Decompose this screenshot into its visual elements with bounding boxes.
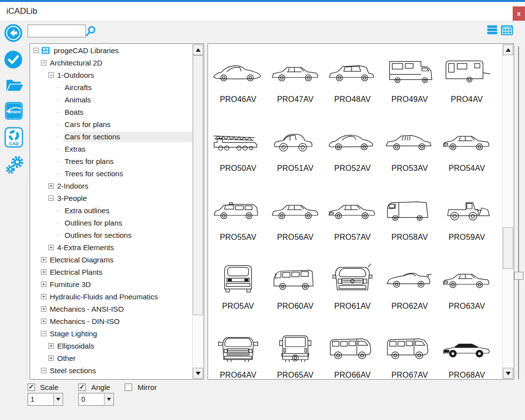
- expand-toggle-icon[interactable]: +: [41, 306, 46, 312]
- library-item[interactable]: PRO67AV: [381, 321, 438, 379]
- library-item[interactable]: PRO52AV: [324, 114, 381, 183]
- library-item[interactable]: PRO48AV: [324, 45, 381, 114]
- library-item[interactable]: PRO57AV: [324, 183, 381, 252]
- tree-item[interactable]: Animals: [31, 94, 193, 106]
- tree-item[interactable]: +Furniture 3D: [31, 278, 193, 291]
- block-preview: [326, 119, 379, 161]
- grid-scroll-down-button[interactable]: [503, 368, 513, 379]
- library-item[interactable]: PRO60AV: [267, 252, 324, 321]
- tree-item[interactable]: Cars for plans: [31, 118, 193, 130]
- tree-scroll-down-button[interactable]: [193, 368, 203, 379]
- tree-item[interactable]: Trees for plans: [31, 155, 193, 167]
- tree-scroll-up-button[interactable]: [193, 44, 203, 55]
- tree-item[interactable]: +4-Extra Elements: [31, 241, 193, 254]
- library-item[interactable]: PRO64AV: [210, 321, 267, 379]
- tree-item[interactable]: −3-People: [31, 192, 193, 204]
- expand-toggle-icon[interactable]: +: [41, 319, 46, 324]
- library-item[interactable]: PRO53AV: [381, 114, 438, 183]
- tree-item[interactable]: −progeCAD Libraries: [31, 44, 193, 57]
- expand-toggle-icon[interactable]: +: [41, 294, 46, 299]
- search-button[interactable]: [85, 26, 96, 39]
- angle-checkbox[interactable]: [78, 384, 86, 391]
- tree-item[interactable]: +Electrical Diagrams: [31, 254, 193, 266]
- open-library-button[interactable]: [4, 77, 24, 95]
- tree-item[interactable]: −1-Outdoors: [31, 69, 193, 81]
- tree-item[interactable]: Extra outlines: [31, 204, 193, 217]
- mirror-checkbox[interactable]: [125, 384, 132, 391]
- expand-toggle-icon[interactable]: +: [41, 257, 46, 262]
- thumbnail-size-slider-handle[interactable]: [514, 272, 524, 280]
- library-item[interactable]: PRO49AV: [381, 45, 438, 114]
- trace-button[interactable]: trace: [4, 101, 23, 122]
- close-button[interactable]: x: [513, 6, 525, 21]
- tree-item[interactable]: −Architectural 2D: [31, 57, 193, 69]
- library-item[interactable]: PRO46AV: [210, 45, 267, 114]
- library-item[interactable]: PRO47AV: [267, 45, 324, 114]
- collapse-toggle-icon[interactable]: −: [41, 60, 46, 65]
- tree-item[interactable]: −Stage Lighting: [31, 327, 193, 340]
- scale-combobox[interactable]: 1: [28, 393, 63, 406]
- grid-scrollbar-thumb[interactable]: [503, 227, 513, 269]
- tree-scrollbar-thumb[interactable]: [193, 55, 203, 315]
- tree-item[interactable]: +2-Indoors: [31, 180, 193, 192]
- search-input[interactable]: [28, 25, 86, 37]
- list-view-button[interactable]: [487, 25, 497, 37]
- tree-item[interactable]: Trees for sections: [31, 167, 193, 180]
- grid-scroll-up-button[interactable]: [503, 44, 513, 55]
- expand-toggle-icon[interactable]: +: [48, 355, 54, 361]
- collapse-toggle-icon[interactable]: −: [41, 331, 46, 336]
- tree-connector: [56, 162, 61, 162]
- library-item[interactable]: PRO5AV: [210, 252, 267, 321]
- expand-toggle-icon[interactable]: +: [48, 183, 54, 189]
- library-item[interactable]: PRO55AV: [210, 183, 267, 252]
- scale-checkbox[interactable]: [28, 384, 35, 391]
- library-item[interactable]: PRO66AV: [324, 321, 381, 379]
- library-item[interactable]: PRO63AV: [438, 252, 495, 321]
- tree-item[interactable]: +Steel sections - EN: [31, 377, 193, 379]
- tree-item[interactable]: +Hydraulic-Fluids and Pneumatics: [31, 291, 193, 303]
- block-name: PRO67AV: [391, 371, 428, 379]
- tree-item[interactable]: Extras: [31, 143, 193, 155]
- library-item[interactable]: PRO68AV: [438, 321, 495, 379]
- tree-item[interactable]: +Mechanics - ANSI-ISO: [31, 303, 193, 315]
- library-item[interactable]: PRO58AV: [381, 183, 438, 252]
- angle-dropdown-button[interactable]: [104, 394, 113, 405]
- back-button[interactable]: [4, 24, 23, 44]
- tree-item[interactable]: +Other: [31, 352, 193, 364]
- library-item[interactable]: PRO59AV: [438, 183, 495, 252]
- grid-scrollbar[interactable]: [502, 44, 513, 379]
- expand-toggle-icon[interactable]: +: [41, 282, 46, 287]
- library-item[interactable]: PRO4AV: [438, 45, 495, 114]
- tree-item[interactable]: Outlines for plans: [31, 217, 193, 229]
- tree-item[interactable]: +Ellipsoidals: [31, 340, 193, 352]
- settings-button[interactable]: [5, 156, 24, 177]
- collapse-toggle-icon[interactable]: −: [41, 368, 46, 373]
- expand-toggle-icon[interactable]: +: [48, 245, 54, 250]
- library-item[interactable]: PRO61AV: [324, 252, 381, 321]
- tree-item[interactable]: −Steel sections: [31, 364, 193, 377]
- cad-button[interactable]: CAD: [4, 127, 23, 150]
- collapse-toggle-icon[interactable]: −: [34, 48, 39, 53]
- angle-combobox[interactable]: 0: [78, 393, 114, 406]
- tree-item[interactable]: Outlines for sections: [31, 229, 193, 241]
- library-item[interactable]: PRO62AV: [381, 252, 438, 321]
- tree-item[interactable]: Boats: [31, 106, 193, 118]
- library-item[interactable]: PRO56AV: [267, 183, 324, 252]
- arrow-up-icon: [196, 48, 201, 52]
- library-item[interactable]: PRO51AV: [267, 114, 324, 183]
- tree-item[interactable]: +Electrical Plants: [31, 266, 193, 278]
- tree-item[interactable]: Cars for sections: [31, 130, 193, 143]
- library-item[interactable]: PRO54AV: [438, 114, 495, 183]
- confirm-button[interactable]: [4, 50, 23, 71]
- collapse-toggle-icon[interactable]: −: [48, 195, 54, 201]
- scale-dropdown-button[interactable]: [53, 394, 62, 405]
- tree-item[interactable]: Aircrafts: [31, 81, 193, 94]
- thumbnails-view-button[interactable]: [501, 25, 513, 37]
- expand-toggle-icon[interactable]: +: [41, 269, 46, 275]
- library-item[interactable]: PRO65AV: [267, 321, 324, 379]
- tree-scrollbar[interactable]: [192, 44, 203, 379]
- library-item[interactable]: PRO50AV: [210, 114, 267, 183]
- tree-item[interactable]: +Mechanics - DIN-ISO: [31, 315, 193, 327]
- collapse-toggle-icon[interactable]: −: [48, 72, 54, 78]
- expand-toggle-icon[interactable]: +: [48, 343, 54, 349]
